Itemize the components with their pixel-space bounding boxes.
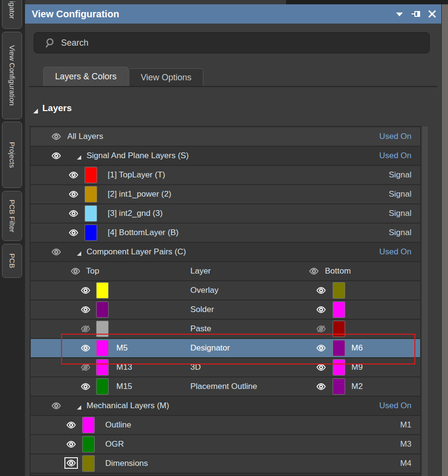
- visible-eye-icon[interactable]: [316, 383, 326, 390]
- pair-header-row[interactable]: TopLayerBottom: [31, 262, 420, 281]
- color-swatch[interactable]: [96, 340, 109, 356]
- visible-eye-icon[interactable]: [309, 267, 319, 275]
- layer-row[interactable]: [4] BottomLayer (B)Signal: [31, 224, 420, 243]
- group-name-label: All Layers: [67, 127, 103, 146]
- tab-layers-and-colors[interactable]: Layers & Colors: [43, 67, 128, 86]
- panel-menu-dropdown-icon[interactable]: [395, 10, 404, 18]
- color-swatch[interactable]: [333, 282, 345, 299]
- layer-row[interactable]: OutlineM1: [31, 416, 420, 435]
- layer-pair-row[interactable]: M15Placement OutlineM2: [31, 377, 420, 397]
- color-swatch[interactable]: [333, 359, 345, 376]
- layer-number-label: M13: [116, 358, 132, 376]
- visible-eye-icon[interactable]: [68, 210, 79, 217]
- layer-type-label: M4: [400, 454, 411, 473]
- layer-name-label: Dimensions: [105, 454, 148, 473]
- color-swatch[interactable]: [82, 455, 95, 472]
- layer-pair-row[interactable]: Solder: [31, 301, 420, 320]
- expand-triangle-icon[interactable]: [76, 403, 82, 412]
- color-swatch[interactable]: [96, 282, 109, 299]
- panel-titlebar: View Configuration: [25, 4, 441, 24]
- expand-triangle-icon[interactable]: [76, 250, 82, 258]
- layer-number-label: M9: [351, 358, 363, 376]
- top-column-label: Top: [86, 262, 99, 280]
- layer-group-row[interactable]: All LayersUsed On: [31, 127, 420, 147]
- visible-eye-icon[interactable]: [66, 421, 76, 429]
- layer-group-row[interactable]: Component Layer Pairs (C)Used On: [31, 243, 420, 262]
- used-on-label[interactable]: Used On: [379, 397, 411, 415]
- visible-eye-icon[interactable]: [316, 287, 326, 294]
- layer-row[interactable]: [2] int1_power (2)Signal: [31, 185, 420, 204]
- layer-pair-row[interactable]: M5DesignatorM6: [31, 339, 420, 358]
- layer-pair-row[interactable]: Paste: [31, 320, 420, 339]
- pin-icon[interactable]: [411, 10, 421, 18]
- boxed-eye-icon[interactable]: [64, 457, 78, 469]
- visible-eye-icon[interactable]: [316, 306, 326, 313]
- color-swatch[interactable]: [85, 167, 97, 183]
- visible-eye-icon[interactable]: [51, 152, 62, 160]
- hidden-eye-icon[interactable]: [80, 325, 91, 333]
- sidebar-tab-label: PCB Filter: [8, 200, 16, 232]
- layer-row[interactable]: OGRM3: [31, 435, 420, 454]
- sidebar-tab-label: Projects: [8, 142, 16, 168]
- visible-eye-icon[interactable]: [80, 287, 91, 294]
- visible-eye-icon[interactable]: [80, 383, 91, 390]
- sidebar-tab-pcb[interactable]: PCB: [2, 244, 22, 278]
- sidebar-tab-pcb-filter[interactable]: PCB Filter: [2, 191, 22, 241]
- visible-eye-icon[interactable]: [68, 229, 79, 237]
- layer-group-row[interactable]: Signal And Plane Layers (S)Used On: [31, 147, 420, 166]
- color-swatch[interactable]: [333, 340, 345, 356]
- tab-label: Layers & Colors: [55, 72, 116, 82]
- layer-name-label: [4] BottomLayer (B): [108, 224, 178, 242]
- color-swatch[interactable]: [96, 301, 109, 318]
- color-swatch[interactable]: [85, 186, 97, 202]
- visible-eye-icon[interactable]: [316, 363, 326, 371]
- color-swatch[interactable]: [333, 378, 345, 395]
- close-icon[interactable]: [427, 10, 437, 18]
- visible-eye-icon[interactable]: [68, 171, 79, 179]
- layer-row[interactable]: [3] int2_gnd (3)Signal: [31, 204, 420, 224]
- color-swatch[interactable]: [96, 359, 109, 376]
- visible-eye-icon[interactable]: [70, 267, 81, 275]
- used-on-label[interactable]: Used On: [379, 127, 411, 146]
- color-swatch[interactable]: [96, 321, 109, 337]
- visible-eye-icon[interactable]: [68, 190, 79, 198]
- visible-eye-icon[interactable]: [51, 402, 62, 410]
- color-swatch[interactable]: [85, 225, 97, 241]
- layer-pair-row[interactable]: Overlay: [31, 281, 420, 301]
- search-input[interactable]: [60, 35, 418, 51]
- sidebar-tab-projects[interactable]: Projects: [2, 122, 22, 188]
- hidden-eye-icon[interactable]: [80, 363, 91, 371]
- tab-view-options[interactable]: View Options: [129, 68, 203, 86]
- tab-underline: [29, 86, 437, 87]
- layer-row[interactable]: DimensionsM4: [31, 454, 420, 474]
- layer-row[interactable]: [1] TopLayer (T)Signal: [31, 166, 420, 185]
- layer-number-label: M5: [116, 339, 128, 357]
- color-swatch[interactable]: [82, 436, 95, 452]
- visible-eye-icon[interactable]: [51, 248, 62, 256]
- used-on-label[interactable]: Used On: [379, 147, 411, 165]
- pair-function-label: Paste: [190, 320, 211, 338]
- expand-triangle-icon[interactable]: [76, 153, 82, 162]
- color-swatch[interactable]: [96, 378, 109, 395]
- pair-function-label: 3D: [190, 358, 201, 376]
- scrollbar[interactable]: [422, 126, 428, 476]
- sidebar-tab-navigator[interactable]: igator: [2, 0, 22, 29]
- hidden-eye-icon[interactable]: [316, 325, 326, 333]
- color-swatch[interactable]: [85, 205, 97, 222]
- visible-eye-icon[interactable]: [66, 440, 76, 448]
- pair-function-label: Solder: [190, 301, 214, 319]
- layer-type-label: Signal: [389, 166, 411, 184]
- visible-eye-icon[interactable]: [51, 133, 62, 140]
- color-swatch[interactable]: [82, 417, 95, 433]
- visible-eye-icon[interactable]: [80, 306, 91, 313]
- sidebar-tab-view-configuration[interactable]: View Configuration: [2, 32, 22, 119]
- used-on-label[interactable]: Used On: [379, 243, 411, 261]
- layer-group-row[interactable]: Mechanical Layers (M)Used On: [31, 397, 420, 416]
- color-swatch[interactable]: [333, 301, 345, 318]
- visible-eye-icon[interactable]: [316, 344, 326, 352]
- view-configuration-panel-screenshot: igator View Configuration Projects PCB F…: [0, 0, 448, 476]
- visible-eye-icon[interactable]: [80, 344, 91, 352]
- sidebar-tab-label: PCB: [8, 253, 16, 268]
- layer-pair-row[interactable]: M133DM9: [31, 358, 420, 377]
- color-swatch[interactable]: [333, 321, 345, 337]
